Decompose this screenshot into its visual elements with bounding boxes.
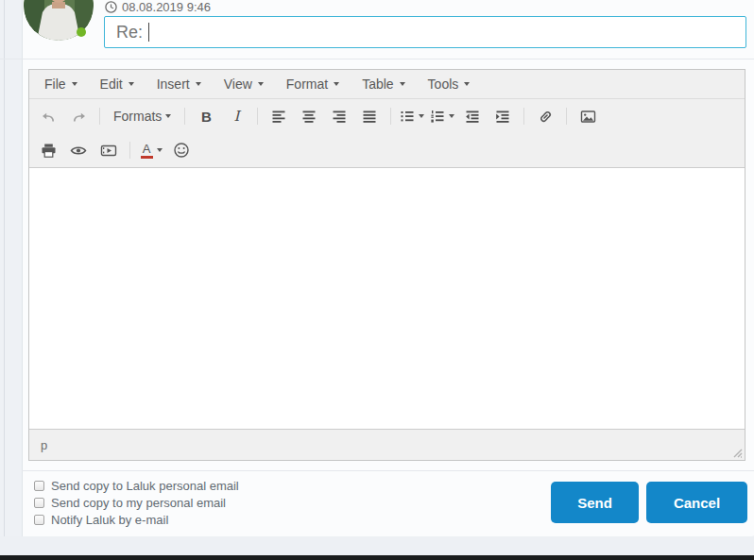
bold-button[interactable]: B [191, 104, 221, 128]
chevron-down-icon [196, 82, 201, 86]
align-center-icon [301, 109, 317, 124]
outdent-button[interactable] [457, 104, 488, 128]
menu-item-format[interactable]: Format [275, 70, 351, 98]
align-justify-button[interactable] [354, 104, 385, 128]
toolbar-separator [390, 108, 391, 125]
menu-item-table[interactable]: Table [351, 70, 416, 98]
indent-button[interactable] [488, 104, 518, 128]
toolbar-row-2: A [29, 133, 745, 167]
chevron-down-icon [464, 82, 470, 86]
checkbox-icon[interactable] [34, 515, 44, 525]
smiley-icon [173, 142, 190, 159]
eye-icon [70, 143, 87, 159]
chevron-down-icon [258, 82, 264, 86]
checkbox-copy-laluk[interactable]: Send copy to Laluk personal email [34, 479, 239, 493]
print-button[interactable] [33, 138, 63, 162]
text-color-button[interactable]: A [136, 138, 166, 162]
page-background-strip [0, 536, 754, 555]
clock-icon [105, 1, 117, 13]
image-icon [580, 109, 596, 125]
cancel-button[interactable]: Cancel [646, 482, 747, 523]
toolbar-separator [566, 108, 567, 125]
print-icon [41, 143, 57, 159]
undo-button[interactable] [33, 104, 63, 128]
element-path[interactable]: p [41, 438, 47, 452]
insert-image-button[interactable] [573, 104, 603, 128]
send-options: Send copy to Laluk personal email Send c… [34, 479, 239, 527]
checkbox-icon[interactable] [34, 498, 44, 508]
toolbar-separator [184, 108, 185, 125]
subject-value: Re: [116, 23, 147, 42]
redo-icon [71, 109, 87, 125]
bold-icon: B [201, 109, 212, 125]
italic-icon: I [233, 108, 239, 125]
editor-content-area[interactable] [29, 167, 745, 430]
online-status-dot [77, 27, 86, 37]
align-center-button[interactable] [294, 104, 324, 128]
chevron-down-icon [419, 114, 424, 118]
checkbox-copy-me[interactable]: Send copy to my personal email [34, 496, 239, 510]
toolbar-separator [257, 108, 258, 125]
chevron-down-icon [157, 148, 163, 152]
footer-divider [22, 470, 754, 471]
emoticons-button[interactable] [166, 138, 197, 162]
redo-button[interactable] [63, 104, 94, 128]
timestamp-row: 08.08.2019 9:46 [105, 0, 211, 14]
resize-grip-icon[interactable] [730, 446, 743, 458]
align-left-icon [271, 109, 286, 124]
text-cursor [148, 23, 149, 42]
undo-icon [41, 109, 57, 125]
menu-item-tools[interactable]: Tools [417, 70, 482, 98]
align-left-button[interactable] [264, 104, 294, 128]
toolbar-separator [523, 108, 524, 125]
bullet-list-icon [400, 109, 415, 124]
link-icon [538, 109, 554, 125]
bullet-list-button[interactable] [397, 104, 427, 128]
forecolor-icon: A [141, 143, 153, 159]
left-gutter [0, 0, 22, 555]
checkbox-notify-laluk[interactable]: Notify Laluk by e-mail [34, 513, 239, 527]
chevron-down-icon [400, 82, 405, 86]
reply-header-row: 08.08.2019 9:46 Re: [0, 0, 754, 59]
media-icon [100, 143, 117, 159]
chevron-down-icon [165, 114, 171, 118]
compose-page: 08.08.2019 9:46 Re: File Edit Insert Vie… [0, 0, 754, 560]
rich-text-editor: File Edit Insert View Format Table Tools [28, 69, 745, 461]
menu-item-view[interactable]: View [213, 70, 275, 98]
toolbar-separator [99, 108, 100, 125]
toolbar-row-1: Formats B I [29, 99, 745, 133]
send-button[interactable]: Send [551, 482, 639, 523]
taskbar-edge [0, 555, 754, 560]
insert-link-button[interactable] [530, 104, 560, 128]
chevron-down-icon [129, 82, 134, 86]
chevron-down-icon [72, 82, 77, 86]
insert-media-button[interactable] [94, 138, 124, 162]
chevron-down-icon [449, 114, 454, 118]
timestamp: 08.08.2019 9:46 [122, 0, 211, 14]
editor-menubar: File Edit Insert View Format Table Tools [29, 70, 745, 99]
align-justify-icon [362, 109, 377, 124]
formats-dropdown[interactable]: Formats [106, 104, 179, 128]
align-right-button[interactable] [324, 104, 354, 128]
preview-button[interactable] [63, 138, 94, 162]
numbered-list-button[interactable] [427, 104, 457, 128]
indent-icon [495, 109, 510, 124]
menu-item-insert[interactable]: Insert [146, 70, 213, 98]
checkbox-icon[interactable] [34, 481, 44, 491]
align-right-icon [332, 109, 347, 124]
italic-button[interactable]: I [221, 104, 251, 128]
gutter-divider [4, 0, 5, 555]
editor-statusbar: p [29, 430, 745, 460]
outdent-icon [465, 109, 480, 124]
numbered-list-icon [430, 109, 445, 124]
menu-item-file[interactable]: File [33, 70, 89, 98]
menu-item-edit[interactable]: Edit [89, 70, 146, 98]
toolbar-separator [129, 142, 130, 159]
subject-input[interactable]: Re: [104, 16, 746, 48]
chevron-down-icon [334, 82, 339, 86]
